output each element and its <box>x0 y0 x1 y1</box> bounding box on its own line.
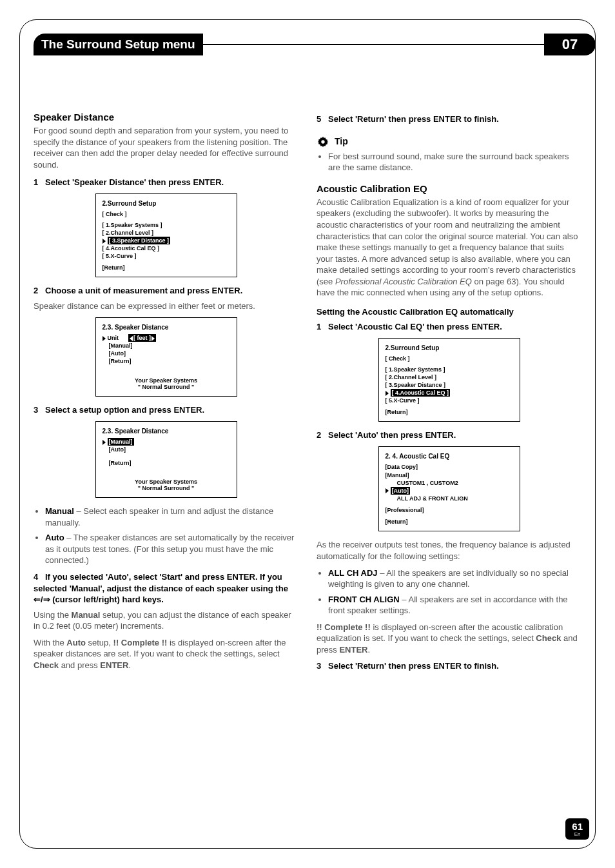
osd-item: ALL ADJ & FRONT ALIGN <box>386 495 513 502</box>
step-2: 2Choose a unit of measurement and press … <box>34 285 298 297</box>
bold-text: ENTER <box>339 645 367 655</box>
text: With the <box>34 638 66 647</box>
osd-item-highlighted: [ 4.Acoustic Cal EQ ] <box>391 389 451 397</box>
text: and press <box>59 660 100 670</box>
step-1-text: Select 'Speaker Distance' then press ENT… <box>45 177 224 187</box>
list-item: For best surround sound, make sure the s… <box>328 151 581 173</box>
osd-sys-line2: " Normal Surround " <box>102 384 230 391</box>
osd-title: 2.3. Speaker Distance <box>102 323 230 332</box>
bullet-desc: – Select each speaker in turn and adjust… <box>45 506 273 528</box>
osd-item: [ 3.Speaker Distance ] <box>386 381 513 389</box>
bold-text: !! Complete !! <box>317 622 371 632</box>
osd-unit-value-text: [ feet ] <box>133 335 151 341</box>
bold-text: Manual <box>72 610 101 620</box>
osd-item: [ 1.Speaker Systems ] <box>102 221 230 229</box>
text: Acoustic Calibration Equalization is a k… <box>317 197 578 286</box>
osd-item: [Auto] <box>386 487 513 495</box>
text: . <box>128 660 131 670</box>
text: . <box>367 645 370 655</box>
cursor-icon <box>386 389 391 397</box>
tip-text: For best surround sound, make sure the s… <box>328 152 569 173</box>
acoustic-intro: Acoustic Calibration Equalization is a k… <box>317 197 581 299</box>
osd-title: 2.Surround Setup <box>102 199 230 208</box>
bullet-term: Manual <box>45 506 74 516</box>
r-step-3-text: Select 'Return' then press ENTER to fini… <box>328 661 499 671</box>
step-5-text: Select 'Return' then press ENTER to fini… <box>328 114 499 124</box>
osd-speaker-systems: Your Speaker Systems " Normal Surround " <box>102 377 230 391</box>
cursor-icon <box>386 487 391 495</box>
bold-text: Check <box>34 660 59 670</box>
cursor-icon <box>102 438 108 446</box>
step-3: 3Select a setup option and press ENTER. <box>34 404 298 416</box>
step-5: 5Select 'Return' then press ENTER to fin… <box>317 113 581 125</box>
osd-item: [ 5.X-Curve ] <box>386 397 513 404</box>
osd-return: [Return] <box>386 408 513 416</box>
osd-item: [Manual] <box>386 471 513 479</box>
osd-return: [Return] <box>102 264 230 271</box>
osd-item: [ 2.Channel Level ] <box>102 229 230 237</box>
text: Using the <box>34 610 72 620</box>
osd-screen-surround-setup: 2.Surround Setup [ Check ] [ 1.Speaker S… <box>95 193 237 277</box>
osd-screen-speaker-distance-option: 2.3. Speaker Distance [Manual] [Auto] [R… <box>95 421 237 498</box>
after-screens-text: As the receiver outputs test tones, the … <box>317 539 581 562</box>
chapter-header: The Surround Setup menu 07 <box>34 34 581 55</box>
bold-text: Check <box>536 633 561 643</box>
list-item: FRONT CH ALIGN – All speakers are set in… <box>328 594 581 616</box>
header-rule <box>203 44 544 45</box>
osd-unit-row: Unit [ feet ] <box>102 334 230 342</box>
osd-sys-line1: Your Speaker Systems <box>102 377 230 384</box>
content-columns: Speaker Distance For good sound depth an… <box>34 110 581 676</box>
complete-text: !! Complete !! is displayed on-screen af… <box>317 622 581 656</box>
osd-unit-label: Unit <box>108 335 119 341</box>
bold-text: !! Complete !! <box>113 638 168 647</box>
osd-item: [Manual] <box>102 438 230 446</box>
bullet-term: FRONT CH ALIGN <box>328 595 400 604</box>
step-3-text: Select a setup option and press ENTER. <box>45 405 204 415</box>
list-item: ALL CH ADJ – All the speakers are set in… <box>328 567 581 590</box>
gear-icon <box>317 135 329 148</box>
intro-text: For good sound depth and separation from… <box>34 125 298 170</box>
osd-sys-line2: " Normal Surround " <box>102 485 230 492</box>
right-column: 5Select 'Return' then press ENTER to fin… <box>317 110 581 676</box>
osd-item: [Return] <box>102 357 230 365</box>
bullet-term: Auto <box>45 533 64 542</box>
bullet-desc: – The speaker distances are set automati… <box>45 533 294 565</box>
r-step-2: 2Select 'Auto' then press ENTER. <box>317 429 581 441</box>
step-4-text: If you selected 'Auto', select 'Start' a… <box>34 572 288 604</box>
osd-sys-line1: Your Speaker Systems <box>102 478 230 486</box>
r-step-1-text: Select 'Acoustic Cal EQ' then press ENTE… <box>328 322 502 331</box>
osd-title: 2.3. Speaker Distance <box>102 427 230 436</box>
r-step-3: 3Select 'Return' then press ENTER to fin… <box>317 660 581 672</box>
step-4: 4If you selected 'Auto', select 'Start' … <box>34 571 298 606</box>
osd-item-highlighted: [Auto] <box>391 487 411 495</box>
sub-heading-auto-eq: Setting the Acoustic Calibration EQ auto… <box>317 306 581 318</box>
cursor-icon <box>102 237 108 244</box>
page-number-badge: 61 En <box>565 818 589 840</box>
list-item: Auto – The speaker distances are set aut… <box>45 532 298 566</box>
svg-point-0 <box>321 140 324 143</box>
osd-return: [Return] <box>386 518 513 526</box>
osd-screen-speaker-distance-unit: 2.3. Speaker Distance Unit [ feet ] [Man… <box>95 317 237 397</box>
osd-item: [ 4.Acoustic Cal EQ ] <box>386 389 513 397</box>
bold-text: Auto <box>66 638 86 647</box>
osd-item: [Manual] <box>102 342 230 350</box>
section-heading-speaker-distance: Speaker Distance <box>34 111 298 124</box>
r-step-2-text: Select 'Auto' then press ENTER. <box>328 430 456 440</box>
osd-screen-surround-setup-eq: 2.Surround Setup [ Check ] [ 1.Speaker S… <box>378 338 520 422</box>
osd-item: [Auto] <box>102 350 230 357</box>
chapter-number-badge: 07 <box>544 34 596 55</box>
osd-check: [ Check ] <box>386 355 513 362</box>
osd-unit-value: [ feet ] <box>128 334 156 342</box>
chapter-title: The Surround Setup menu <box>34 34 203 55</box>
osd-screen-acoustic-cal-eq: 2. 4. Acoustic Cal EQ [Data Copy] [Manua… <box>378 446 520 531</box>
osd-title: 2. 4. Acoustic Cal EQ <box>386 452 513 461</box>
tip-row: Tip <box>317 135 581 148</box>
osd-item-highlighted: [ 3.Speaker Distance ] <box>108 237 171 244</box>
osd-speaker-systems: Your Speaker Systems " Normal Surround " <box>102 478 230 493</box>
right-arrow-icon <box>151 335 155 341</box>
osd-return: [Return] <box>102 459 230 467</box>
text: setup, <box>86 638 113 647</box>
step-4-body-a: Using the Manual setup, you can adjust t… <box>34 609 298 632</box>
page-number: 61 <box>572 821 583 832</box>
osd-item: [ 4.Acoustic Cal EQ ] <box>102 244 230 252</box>
